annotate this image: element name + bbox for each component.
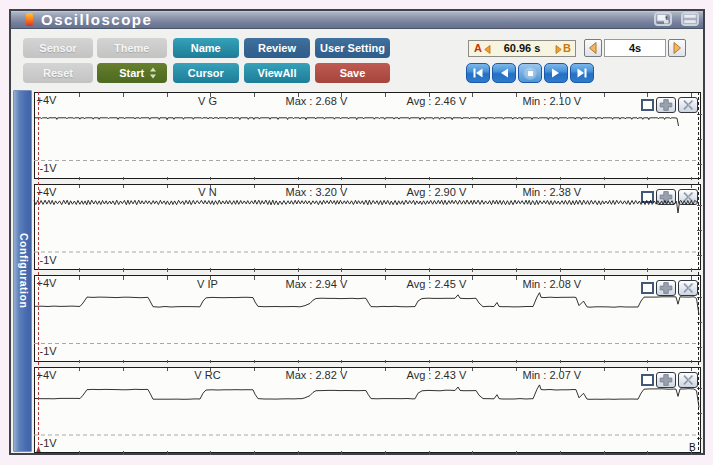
- svg-text:B: B: [689, 442, 696, 453]
